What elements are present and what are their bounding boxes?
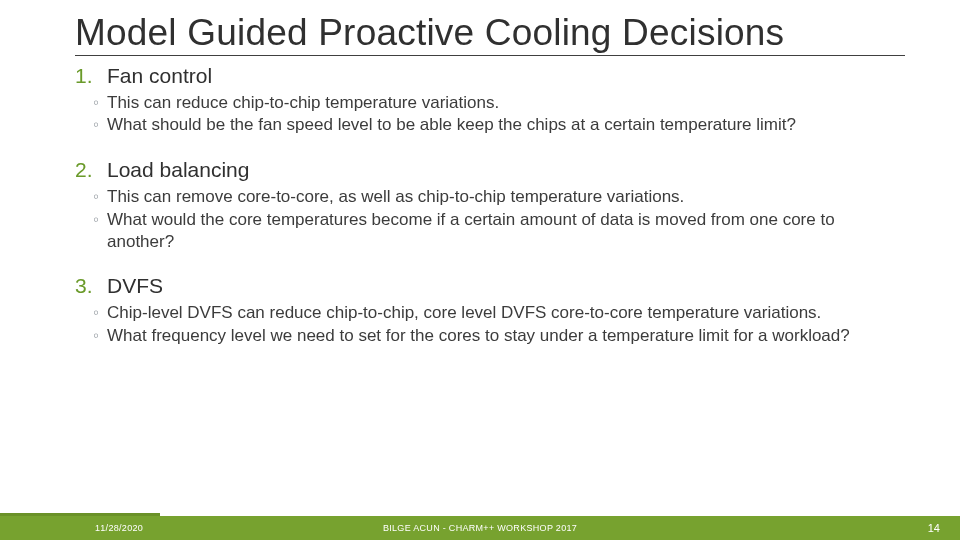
footer-center: BILGE ACUN - CHARM++ WORKSHOP 2017 — [383, 523, 577, 533]
section-fan-control: 1. Fan control ◦ This can reduce chip-to… — [75, 64, 905, 137]
bullet-text: What would the core temperatures become … — [107, 209, 905, 253]
bullet-text: What should be the fan speed level to be… — [107, 114, 905, 136]
slide-footer: 11/28/2020 BILGE ACUN - CHARM++ WORKSHOP… — [0, 516, 960, 540]
bullet-text: This can remove core-to-core, as well as… — [107, 186, 905, 208]
section-title: Load balancing — [107, 158, 249, 182]
bullet-text: What frequency level we need to set for … — [107, 325, 905, 347]
list-item: ◦ Chip-level DVFS can reduce chip-to-chi… — [93, 302, 905, 324]
footer-date: 11/28/2020 — [95, 523, 143, 533]
list-item: ◦ What should be the fan speed level to … — [93, 114, 905, 136]
list-item: ◦ This can reduce chip-to-chip temperatu… — [93, 92, 905, 114]
footer-accent — [0, 513, 160, 516]
bullet-mark-icon: ◦ — [93, 114, 99, 136]
bullet-mark-icon: ◦ — [93, 325, 99, 347]
section-heading: 3. DVFS — [75, 274, 905, 298]
bullet-list: ◦ This can reduce chip-to-chip temperatu… — [93, 92, 905, 137]
title-rule: Model Guided Proactive Cooling Decisions — [75, 12, 905, 56]
section-number: 3. — [75, 274, 93, 298]
section-number: 1. — [75, 64, 93, 88]
section-heading: 2. Load balancing — [75, 158, 905, 182]
section-load-balancing: 2. Load balancing ◦ This can remove core… — [75, 158, 905, 252]
bullet-mark-icon: ◦ — [93, 209, 99, 231]
bullet-mark-icon: ◦ — [93, 186, 99, 208]
list-item: ◦ What would the core temperatures becom… — [93, 209, 905, 253]
bullet-list: ◦ This can remove core-to-core, as well … — [93, 186, 905, 252]
bullet-mark-icon: ◦ — [93, 92, 99, 114]
bullet-text: This can reduce chip-to-chip temperature… — [107, 92, 905, 114]
section-title: Fan control — [107, 64, 212, 88]
list-item: ◦ What frequency level we need to set fo… — [93, 325, 905, 347]
bullet-text: Chip-level DVFS can reduce chip-to-chip,… — [107, 302, 905, 324]
bullet-mark-icon: ◦ — [93, 302, 99, 324]
bullet-list: ◦ Chip-level DVFS can reduce chip-to-chi… — [93, 302, 905, 347]
section-number: 2. — [75, 158, 93, 182]
slide: Model Guided Proactive Cooling Decisions… — [0, 0, 960, 540]
list-item: ◦ This can remove core-to-core, as well … — [93, 186, 905, 208]
section-title: DVFS — [107, 274, 163, 298]
section-heading: 1. Fan control — [75, 64, 905, 88]
footer-page-number: 14 — [928, 522, 940, 534]
section-dvfs: 3. DVFS ◦ Chip-level DVFS can reduce chi… — [75, 274, 905, 347]
slide-title: Model Guided Proactive Cooling Decisions — [75, 12, 905, 55]
